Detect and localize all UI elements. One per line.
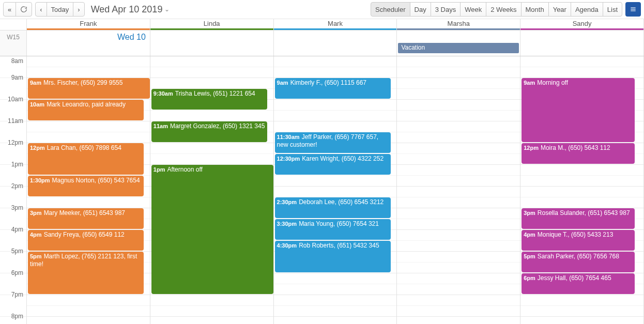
allday-cell-linda[interactable]: [150, 30, 274, 56]
event[interactable]: 12pmLara Chan, (650) 7898 654: [28, 143, 144, 175]
menu-button[interactable]: [625, 2, 641, 17]
event-time: 5pm: [524, 253, 535, 259]
event[interactable]: 3pmRosella Sulander, (651) 6543 987: [522, 208, 635, 229]
event-time: 9:30am: [154, 90, 173, 97]
date-picker[interactable]: Wed Apr 10 2019 ⌄: [91, 4, 170, 15]
day-column-marsha[interactable]: [397, 56, 520, 324]
hour-label: 9am: [11, 74, 23, 81]
week-number: W15: [0, 30, 27, 56]
resource-header-mark[interactable]: Mark: [274, 19, 397, 30]
view-2-weeks[interactable]: 2 Weeks: [486, 2, 521, 17]
hour-label: 8am: [11, 57, 23, 65]
event[interactable]: 4:30pmRob Roberts, (651) 5432 345: [275, 241, 391, 272]
chevron-right-icon: ›: [78, 6, 80, 13]
event[interactable]: 5pmSarah Parker, (650) 7656 768: [522, 252, 635, 272]
allday-row: W15 Wed 10Vacation: [0, 30, 644, 56]
day-column-sandy[interactable]: 9amMorning off12pmMoira M., (650) 5643 1…: [520, 56, 644, 324]
event[interactable]: 12pmMoira M., (650) 5643 112: [522, 143, 635, 164]
time-gutter: 8am9am10am11am12pm1pm2pm3pm4pm5pm6pm7pm8…: [0, 56, 27, 324]
event-time: 3pm: [30, 210, 42, 216]
event-title: Maria Young, (650) 7654 321: [299, 220, 379, 227]
event-title: Margret Gonzalez, (650) 1321 345: [170, 122, 265, 130]
event-time: 6pm: [524, 275, 535, 281]
event[interactable]: 4pmMonique T., (650) 5433 213: [522, 230, 635, 251]
resource-header-marsha[interactable]: Marsha: [397, 19, 520, 30]
allday-event[interactable]: Vacation: [398, 43, 519, 53]
event[interactable]: 4pmSandy Freya, (650) 6549 112: [28, 230, 144, 251]
event-time: 2:30pm: [277, 199, 297, 205]
chevron-down-icon: ⌄: [164, 6, 170, 13]
event[interactable]: 11:30amJeff Parker, (656) 7767 657, new …: [275, 132, 391, 153]
event-time: 12pm: [524, 145, 539, 151]
event[interactable]: 5pmMarth Lopez, (765) 2121 123, first ti…: [28, 252, 144, 294]
event-title: Mary Meeker, (651) 6543 987: [44, 209, 125, 217]
event-title: Mark Leoandro, paid already: [47, 101, 126, 108]
hour-label: 11am: [8, 117, 23, 125]
hour-label: 6pm: [11, 269, 23, 276]
view-week[interactable]: Week: [460, 2, 486, 17]
event[interactable]: 1pmAfternoon off: [151, 165, 273, 294]
prev-button[interactable]: ‹: [35, 2, 47, 17]
view-list[interactable]: List: [603, 2, 622, 17]
event-time: 4pm: [30, 232, 42, 238]
event-time: 12pm: [30, 145, 45, 151]
view-scheduler[interactable]: Scheduler: [371, 2, 410, 17]
event[interactable]: 9amKimberly F., (650) 1115 667: [275, 78, 391, 99]
resource-header-row: FrankLindaMarkMarshaSandy: [0, 19, 644, 30]
event[interactable]: 9:30amTrisha Lewis, (651) 1221 654: [151, 89, 267, 110]
view-month[interactable]: Month: [521, 2, 549, 17]
allday-cell-mark[interactable]: [274, 30, 397, 56]
resource-header-frank[interactable]: Frank: [27, 19, 150, 30]
view-3-days[interactable]: 3 Days: [431, 2, 461, 17]
event-title: Kimberly F., (650) 1115 667: [290, 79, 366, 86]
next-button[interactable]: ›: [73, 2, 84, 17]
event[interactable]: 12:30pmKaren Wright, (650) 4322 252: [275, 154, 391, 175]
hamburger-icon: [630, 6, 637, 13]
event[interactable]: 11amMargret Gonzalez, (650) 1321 345: [151, 121, 267, 142]
event[interactable]: 10amMark Leoandro, paid already: [28, 100, 144, 120]
hour-label: 2pm: [11, 182, 23, 190]
event-title: Sarah Parker, (650) 7656 768: [538, 253, 619, 260]
event-title: Afternoon off: [167, 166, 203, 173]
resource-header-linda[interactable]: Linda: [150, 19, 274, 30]
event[interactable]: 9amMorning off: [522, 78, 635, 142]
hour-label: 4pm: [11, 226, 23, 233]
event-title: Rosella Sulander, (651) 6543 987: [538, 209, 630, 217]
event[interactable]: 6pmJessy Hall, (650) 7654 465: [522, 273, 635, 294]
event-time: 9am: [30, 80, 41, 86]
refresh-button[interactable]: [16, 2, 32, 17]
today-button[interactable]: Today: [47, 2, 74, 17]
resource-header-sandy[interactable]: Sandy: [520, 19, 644, 30]
allday-cell-marsha[interactable]: Vacation: [397, 30, 520, 56]
allday-cell-sandy[interactable]: [520, 30, 644, 56]
view-year[interactable]: Year: [548, 2, 571, 17]
event-time: 12:30pm: [277, 156, 300, 162]
event[interactable]: 9amMrs. Fischer, (650) 299 9555: [28, 78, 150, 99]
hour-label: 10am: [8, 96, 23, 103]
hour-label: 8pm: [11, 313, 23, 320]
calendar: FrankLindaMarkMarshaSandy W15 Wed 10Vaca…: [0, 19, 644, 324]
event[interactable]: 3pmMary Meeker, (651) 6543 987: [28, 208, 144, 229]
event-title: Morning off: [537, 79, 568, 86]
chevron-left-icon: ‹: [40, 6, 42, 13]
view-agenda[interactable]: Agenda: [571, 2, 603, 17]
hour-label: 3pm: [11, 204, 23, 211]
nav-first-button[interactable]: «: [3, 2, 16, 17]
day-column-linda[interactable]: 9:30amTrisha Lewis, (651) 1221 65411amMa…: [150, 56, 274, 324]
day-column-frank[interactable]: 9amMrs. Fischer, (650) 299 955510amMark …: [27, 56, 150, 324]
event-title: Deborah Lee, (650) 6545 3212: [299, 198, 384, 206]
event-time: 3pm: [524, 210, 535, 216]
day-column-mark[interactable]: 9amKimberly F., (650) 1115 66711:30amJef…: [274, 56, 397, 324]
event-title: Moira M., (650) 5643 112: [541, 144, 610, 151]
event[interactable]: 1:30pmMagnus Norton, (650) 543 7654: [28, 176, 144, 196]
event-title: Rob Roberts, (651) 5432 345: [299, 242, 379, 249]
event[interactable]: 2:30pmDeborah Lee, (650) 6545 3212: [275, 197, 391, 218]
event-title: Jessy Hall, (650) 7654 465: [538, 274, 611, 282]
event-time: 1:30pm: [30, 177, 50, 183]
event-title: Marth Lopez, (765) 2121 123, first time!: [30, 253, 137, 268]
allday-cell-frank[interactable]: Wed 10: [27, 30, 150, 56]
view-day[interactable]: Day: [410, 2, 431, 17]
event-time: 11am: [154, 123, 168, 129]
event[interactable]: 3:30pmMaria Young, (650) 7654 321: [275, 219, 391, 240]
hour-label: 5pm: [11, 248, 23, 255]
